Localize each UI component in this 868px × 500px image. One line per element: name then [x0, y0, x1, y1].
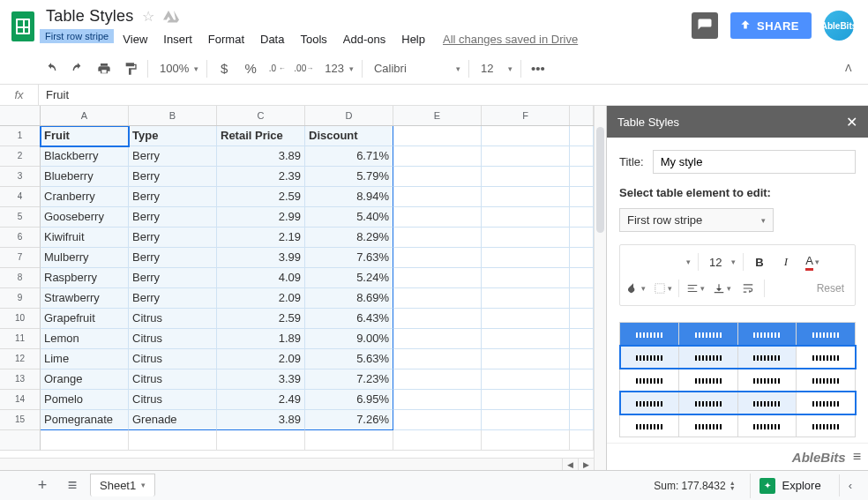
increase-decimal-button[interactable]: .00→	[291, 57, 316, 80]
hscroll-left-icon[interactable]: ◀	[562, 459, 578, 470]
cell[interactable]	[393, 410, 482, 430]
cell[interactable]: Cranberry	[41, 187, 129, 207]
cell[interactable]: 8.29%	[305, 228, 393, 248]
zoom-select[interactable]: 100%▾	[153, 57, 202, 80]
cell[interactable]: 5.24%	[305, 268, 393, 288]
cell[interactable]	[482, 187, 570, 207]
row-header[interactable]: 8	[0, 268, 41, 288]
cell[interactable]: Strawberry	[41, 288, 129, 309]
cell[interactable]	[393, 187, 482, 207]
cell[interactable]	[482, 207, 570, 228]
star-icon[interactable]: ☆	[142, 8, 154, 25]
sheet-tab[interactable]: Sheet1▾	[90, 474, 155, 496]
cell[interactable]	[393, 167, 482, 187]
account-avatar[interactable]: AbleBits	[824, 11, 854, 41]
cell[interactable]: 9.00%	[305, 329, 393, 349]
cell[interactable]: 2.99	[217, 207, 305, 228]
close-sidebar-icon[interactable]: ✕	[846, 114, 857, 131]
cell[interactable]	[217, 430, 305, 451]
valign-button[interactable]: ▾	[709, 277, 734, 300]
cell[interactable]: Berry	[129, 207, 217, 228]
reset-button[interactable]: Reset	[810, 282, 851, 295]
style-title-input[interactable]	[653, 150, 856, 174]
menu-format[interactable]: Format	[201, 30, 251, 49]
cell[interactable]: Fruit	[41, 126, 129, 146]
halign-button[interactable]: ▾	[683, 277, 707, 300]
style-preview[interactable]: First row stripe	[619, 322, 856, 437]
cell[interactable]: 3.89	[217, 146, 305, 167]
row-header[interactable]: 4	[0, 187, 41, 207]
cell[interactable]: 3.89	[217, 410, 305, 430]
move-to-drive-icon[interactable]	[163, 9, 179, 23]
cell[interactable]	[482, 268, 570, 288]
cell[interactable]	[482, 410, 570, 430]
menu-tools[interactable]: Tools	[293, 30, 333, 49]
cell[interactable]: Berry	[129, 187, 217, 207]
cell[interactable]: Grenade	[129, 410, 217, 430]
more-button[interactable]: •••	[526, 57, 550, 80]
cell[interactable]: Lemon	[41, 329, 129, 349]
cell[interactable]: 6.71%	[305, 146, 393, 167]
row-header[interactable]: 12	[0, 349, 41, 369]
row-header[interactable]: 3	[0, 167, 41, 187]
cell[interactable]: 2.59	[217, 187, 305, 207]
column-header[interactable]: F	[482, 106, 570, 125]
cell[interactable]: 8.69%	[305, 288, 393, 309]
cell[interactable]	[393, 349, 482, 369]
cell[interactable]: Gooseberry	[41, 207, 129, 228]
row-header[interactable]: 10	[0, 309, 41, 329]
cell[interactable]	[393, 369, 482, 390]
cell[interactable]: Berry	[129, 268, 217, 288]
cell[interactable]	[482, 126, 570, 146]
horizontal-scrollbar[interactable]: ◀ ▶	[0, 458, 594, 470]
hscroll-right-icon[interactable]: ▶	[578, 459, 594, 470]
cell[interactable]: 2.39	[217, 167, 305, 187]
cell[interactable]: 2.09	[217, 288, 305, 309]
cell[interactable]: Mulberry	[41, 248, 129, 268]
share-button[interactable]: SHARE	[730, 12, 812, 39]
sb-font-size-select[interactable]: 12▾	[702, 250, 739, 273]
cell[interactable]: Blackberry	[41, 146, 129, 167]
cell[interactable]	[393, 248, 482, 268]
sb-font-select[interactable]: ▾	[624, 250, 694, 273]
cell[interactable]: Retail Price	[217, 126, 305, 146]
cell[interactable]: 4.09	[217, 268, 305, 288]
cell[interactable]	[482, 248, 570, 268]
cell[interactable]	[393, 288, 482, 309]
save-status[interactable]: All changes saved in Drive	[443, 30, 578, 49]
text-color-button[interactable]: A▾	[800, 250, 825, 273]
cell[interactable]: 3.39	[217, 369, 305, 390]
menu-help[interactable]: Help	[394, 30, 432, 49]
cell[interactable]: Berry	[129, 167, 217, 187]
cell[interactable]: 5.40%	[305, 207, 393, 228]
cell[interactable]: 2.19	[217, 228, 305, 248]
sidebar-menu-icon[interactable]: ≡	[853, 449, 861, 465]
add-sheet-button[interactable]: +	[30, 474, 55, 497]
cell[interactable]: Blueberry	[41, 167, 129, 187]
cell[interactable]: 2.59	[217, 309, 305, 329]
cell[interactable]	[482, 167, 570, 187]
cell[interactable]	[482, 228, 570, 248]
cell[interactable]	[482, 329, 570, 349]
row-header[interactable]: 6	[0, 228, 41, 248]
menu-file[interactable]: File	[46, 30, 79, 49]
number-format-select[interactable]: 123▾	[318, 57, 357, 80]
cell[interactable]: 6.43%	[305, 309, 393, 329]
borders-button[interactable]: ▾	[650, 277, 675, 300]
collapse-side-panel-button[interactable]: ‹	[839, 474, 861, 496]
cell[interactable]: 3.99	[217, 248, 305, 268]
cell[interactable]	[41, 430, 129, 451]
cell[interactable]: Citrus	[129, 390, 217, 410]
cell[interactable]	[482, 369, 570, 390]
bold-button[interactable]: B	[747, 250, 772, 273]
formula-input[interactable]: Fruit	[39, 88, 868, 101]
italic-button[interactable]: I	[774, 250, 798, 273]
menu-insert[interactable]: Insert	[156, 30, 199, 49]
cell[interactable]: Citrus	[129, 329, 217, 349]
collapse-toolbar-button[interactable]: ᐱ	[836, 57, 861, 80]
cell[interactable]: Berry	[129, 288, 217, 309]
cell[interactable]: 6.95%	[305, 390, 393, 410]
cell[interactable]: Berry	[129, 228, 217, 248]
cell[interactable]: 5.79%	[305, 167, 393, 187]
fill-color-button[interactable]: ▾	[624, 277, 648, 300]
